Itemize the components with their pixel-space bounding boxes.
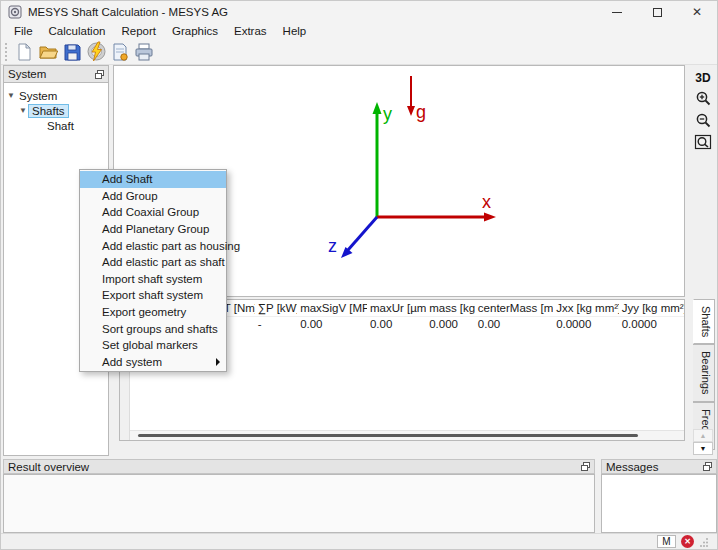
maximize-button[interactable]	[637, 1, 677, 23]
cell-mass: 0.000	[426, 316, 475, 331]
context-menu-item-add-planetary-group[interactable]: Add Planetary Group	[80, 221, 226, 238]
menu-extras[interactable]: Extras	[226, 24, 275, 39]
minimize-icon	[612, 12, 622, 13]
tree-item-label-selected: Shafts	[28, 104, 69, 118]
messages-header: Messages	[601, 459, 717, 474]
result-overview-header: Result overview	[3, 459, 595, 474]
tree-item-shaft[interactable]: Shaft	[4, 118, 108, 133]
float-panel-icon[interactable]	[581, 462, 590, 471]
menu-report[interactable]: Report	[113, 24, 164, 39]
context-menu-item-add-shaft[interactable]: Add Shaft	[80, 171, 226, 188]
zoom-out-icon	[694, 112, 712, 130]
context-menu-item-export-geometry[interactable]: Export geometry	[80, 304, 226, 321]
cell-jxx: 0.0000	[553, 316, 619, 331]
context-menu-item-export-shaft-system[interactable]: Export shaft system	[80, 287, 226, 304]
zoom-in-icon	[694, 90, 712, 108]
cell-jyy: 0.0000	[619, 316, 684, 331]
messages-title: Messages	[606, 461, 658, 473]
x-axis-label: x	[482, 192, 491, 212]
context-menu-item-label: Add system	[102, 356, 162, 368]
save-icon	[62, 42, 82, 62]
context-menu: Add Shaft Add Group Add Coaxial Group Ad…	[79, 169, 227, 372]
client-area: System ▼ System ▼ Shafts Shaft	[1, 65, 717, 533]
open-file-icon	[38, 42, 58, 62]
y-axis-label: y	[383, 104, 392, 124]
view-3d-button[interactable]: 3D	[695, 69, 710, 87]
col-maxsigv[interactable]: maxSigV [MPa]	[297, 300, 367, 316]
report-button[interactable]	[108, 40, 132, 64]
tree-item-system[interactable]: ▼ System	[4, 88, 108, 103]
tab-bearings[interactable]: Bearings	[693, 344, 715, 401]
tree-item-label: System	[16, 90, 60, 102]
chevron-down-icon[interactable]: ▼	[6, 91, 16, 100]
col-maxur[interactable]: maxUr [µm]	[367, 300, 426, 316]
gravity-label: g	[416, 102, 426, 122]
col-centermass[interactable]: centerMass [mm]	[475, 300, 553, 316]
col-power[interactable]: ∑P [kW]	[255, 300, 297, 316]
close-icon: ✕	[692, 6, 702, 18]
new-file-button[interactable]	[12, 40, 36, 64]
context-menu-item-add-group[interactable]: Add Group	[80, 188, 226, 205]
titlebar: MESYS Shaft Calculation - MESYS AG ✕	[1, 1, 717, 23]
side-tab-strip: Shafts Bearings Freque	[693, 299, 715, 450]
cell-maxur: 0.00	[367, 316, 426, 331]
col-jxx[interactable]: Jxx [kg mm²]	[553, 300, 619, 316]
zoom-out-button[interactable]	[692, 111, 714, 131]
col-jyy[interactable]: Jyy [kg mm²]	[619, 300, 684, 316]
context-menu-item-sort-groups-and-shafts[interactable]: Sort groups and shafts	[80, 320, 226, 337]
tab-scroll-down-button[interactable]: ▼	[693, 442, 713, 455]
calculate-icon	[86, 41, 107, 62]
cell-power: -	[255, 316, 297, 331]
context-menu-item-add-system[interactable]: Add system	[80, 354, 226, 371]
open-file-button[interactable]	[36, 40, 60, 64]
float-panel-icon[interactable]	[703, 462, 712, 471]
zoom-fit-button[interactable]	[692, 133, 714, 153]
menu-calculation[interactable]: Calculation	[41, 24, 114, 39]
menubar: File Calculation Report Graphics Extras …	[1, 23, 717, 39]
tree-item-shafts[interactable]: ▼ Shafts	[4, 103, 108, 118]
result-overview-title: Result overview	[8, 461, 89, 473]
context-menu-item-import-shaft-system[interactable]: Import shaft system	[80, 271, 226, 288]
main-toolbar	[1, 39, 717, 65]
result-overview-panel: Result overview	[3, 459, 595, 535]
float-panel-icon[interactable]	[95, 70, 104, 79]
close-button[interactable]: ✕	[677, 1, 717, 23]
zoom-fit-icon	[694, 134, 712, 152]
context-menu-item-add-elastic-part-as-housing[interactable]: Add elastic part as housing	[80, 237, 226, 254]
chevron-down-icon[interactable]: ▼	[18, 106, 28, 115]
tab-scroll-up-button[interactable]: ▲	[693, 429, 713, 442]
horizontal-scrollbar[interactable]	[130, 430, 684, 440]
z-axis-label: z	[328, 236, 337, 256]
tab-scrollers: ▲ ▼	[693, 429, 713, 455]
status-bar: M ✕	[1, 533, 717, 549]
app-icon	[8, 5, 22, 19]
zoom-in-button[interactable]	[692, 89, 714, 109]
menu-help[interactable]: Help	[275, 24, 315, 39]
cell-centermass: 0.00	[475, 316, 553, 331]
system-panel-title: System	[8, 68, 46, 80]
view-toolbar: 3D	[689, 69, 717, 153]
col-mass[interactable]: mass [kg]	[426, 300, 475, 316]
calculate-button[interactable]	[84, 40, 108, 64]
result-overview-content	[3, 474, 595, 533]
messages-toggle-button[interactable]: M	[657, 535, 676, 548]
context-menu-item-add-coaxial-group[interactable]: Add Coaxial Group	[80, 204, 226, 221]
tree-item-label: Shaft	[44, 120, 77, 132]
triangle-up-icon: ▲	[700, 432, 707, 439]
minimize-button[interactable]	[597, 1, 637, 23]
save-button[interactable]	[60, 40, 84, 64]
report-icon	[110, 42, 130, 62]
menu-file[interactable]: File	[6, 24, 41, 39]
toolbar-handle[interactable]	[5, 43, 10, 61]
resize-grip[interactable]	[699, 537, 709, 547]
context-menu-item-set-global-markers[interactable]: Set global markers	[80, 337, 226, 354]
menu-graphics[interactable]: Graphics	[164, 24, 226, 39]
print-icon	[134, 42, 154, 62]
scrollbar-thumb[interactable]	[138, 434, 638, 437]
maximize-icon	[653, 8, 662, 17]
new-file-icon	[14, 42, 34, 62]
context-menu-item-add-elastic-part-as-shaft[interactable]: Add elastic part as shaft	[80, 254, 226, 271]
error-status-icon[interactable]: ✕	[681, 535, 694, 548]
tab-shafts[interactable]: Shafts	[693, 299, 715, 344]
print-button[interactable]	[132, 40, 156, 64]
